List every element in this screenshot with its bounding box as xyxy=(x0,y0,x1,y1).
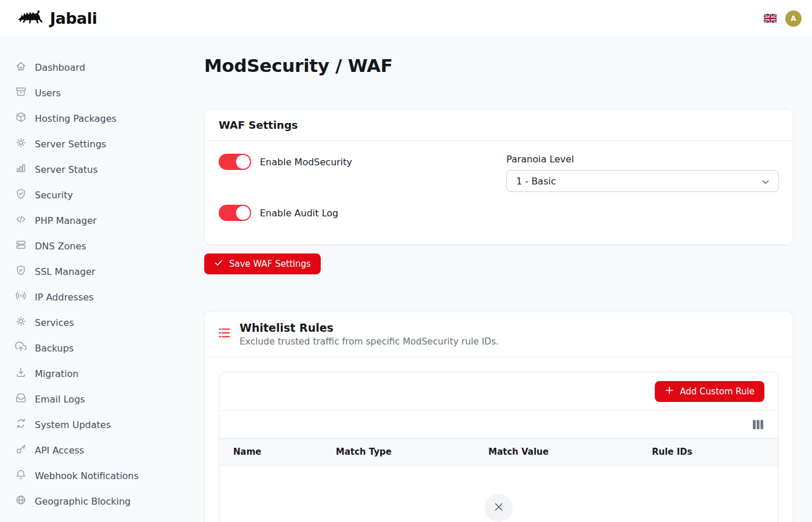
sidebar-item-label: Geographic Blocking xyxy=(35,496,130,507)
empty-state-circle xyxy=(485,494,513,522)
enable-audit-log-toggle[interactable] xyxy=(219,205,251,221)
sidebar-item-migration[interactable]: Migration xyxy=(0,361,204,386)
sidebar-item-webhook-notifications[interactable]: Webhook Notifications xyxy=(0,463,204,488)
bar-chart-icon xyxy=(15,162,27,176)
sidebar-item-label: Email Logs xyxy=(35,394,85,405)
sidebar-item-label: Server Settings xyxy=(35,139,106,150)
inbox-icon xyxy=(15,392,27,406)
sidebar-item-hosting-packages[interactable]: Hosting Packages xyxy=(0,106,204,131)
sidebar-item-label: System Updates xyxy=(35,419,111,430)
table-columns-icon[interactable] xyxy=(753,420,763,429)
sidebar-item-backups[interactable]: Backups xyxy=(0,335,204,361)
sidebar-item-system-updates[interactable]: System Updates xyxy=(0,412,204,437)
enable-modsecurity-label: Enable ModSecurity xyxy=(260,157,352,168)
sidebar-item-api-access[interactable]: API Access xyxy=(0,437,204,463)
column-header-match-type: Match Type xyxy=(322,447,474,457)
language-flag-uk-icon[interactable] xyxy=(764,14,777,23)
sidebar-item-email-logs[interactable]: Email Logs xyxy=(0,386,204,412)
sidebar-item-label: Security xyxy=(35,190,73,201)
save-waf-settings-button[interactable]: Save WAF Settings xyxy=(204,253,321,274)
check-icon xyxy=(214,258,223,270)
package-icon xyxy=(15,111,27,125)
sidebar-item-ssl-manager[interactable]: SSL Manager xyxy=(0,259,204,284)
enable-audit-log-label: Enable Audit Log xyxy=(260,208,338,219)
sidebar-item-security[interactable]: Security xyxy=(0,182,204,208)
whitelist-rules-title: Whitelist Rules xyxy=(240,321,499,334)
sidebar-item-label: API Access xyxy=(35,445,84,456)
top-bar: Jabali A xyxy=(0,0,812,37)
download-icon xyxy=(15,367,27,380)
save-waf-settings-label: Save WAF Settings xyxy=(229,259,311,269)
key-icon xyxy=(15,443,27,457)
column-header-match-value: Match Value xyxy=(474,447,638,457)
waf-settings-card-header: WAF Settings xyxy=(205,110,793,141)
sidebar-item-label: Server Status xyxy=(35,164,98,175)
sidebar-item-label: Dashboard xyxy=(35,62,85,73)
sidebar-item-label: Migration xyxy=(35,368,78,379)
main-content: ModSecurity / WAF WAF Settings Enable Mo… xyxy=(204,37,812,522)
close-icon xyxy=(493,501,505,515)
whitelist-rules-card: Whitelist Rules Exclude trusted traffic … xyxy=(204,311,793,522)
sidebar-item-label: Backups xyxy=(35,343,74,354)
sidebar-item-label: SSL Manager xyxy=(35,266,95,277)
refresh-icon xyxy=(15,418,27,432)
cloud-upload-icon xyxy=(15,341,27,355)
rules-table-empty-state xyxy=(219,466,778,522)
waf-settings-card: WAF Settings Enable ModSecurity Enable A… xyxy=(204,109,793,245)
sidebar-item-label: Webhook Notifications xyxy=(35,470,139,481)
sidebar-item-geographic-blocking[interactable]: Geographic Blocking xyxy=(0,488,204,514)
sidebar-item-server-settings[interactable]: Server Settings xyxy=(0,131,204,157)
waf-settings-title: WAF Settings xyxy=(219,119,298,131)
sidebar-item-services[interactable]: Services xyxy=(0,310,204,335)
column-header-name: Name xyxy=(219,447,322,457)
brand-name: Jabali xyxy=(50,9,97,27)
sidebar-item-label: PHP Manager xyxy=(35,215,97,226)
sidebar-item-php-manager[interactable]: PHP Manager xyxy=(0,208,204,233)
sidebar-item-dns-zones[interactable]: DNS Zones xyxy=(0,233,204,259)
rules-table-header: NameMatch TypeMatch ValueRule IDs xyxy=(219,438,778,466)
gear-icon xyxy=(15,137,27,151)
radio-icon xyxy=(15,290,27,304)
sidebar-item-label: DNS Zones xyxy=(35,241,86,252)
paranoia-level-label: Paranoia Level xyxy=(506,154,779,165)
brand-logo[interactable]: Jabali xyxy=(17,9,97,28)
bell-icon xyxy=(15,469,27,483)
add-custom-rule-label: Add Custom Rule xyxy=(680,386,755,397)
shield-check-icon xyxy=(15,264,27,278)
gear-icon xyxy=(15,316,27,329)
sidebar-item-server-status[interactable]: Server Status xyxy=(0,157,204,182)
sidebar-item-label: IP Addresses xyxy=(35,292,93,303)
sidebar-item-label: Users xyxy=(35,88,61,99)
sidebar-item-dashboard[interactable]: Dashboard xyxy=(0,55,204,80)
sidebar-item-users[interactable]: Users xyxy=(0,80,204,106)
paranoia-level-value: 1 - Basic xyxy=(516,176,556,187)
page-title: ModSecurity / WAF xyxy=(204,55,793,76)
enable-modsecurity-toggle[interactable] xyxy=(219,154,251,170)
column-header-rule-ids: Rule IDs xyxy=(638,447,778,457)
whitelist-rules-subtitle: Exclude trusted traffic from specific Mo… xyxy=(240,336,499,347)
chevron-down-icon xyxy=(762,176,769,187)
home-icon xyxy=(15,60,27,74)
rules-table-card: Add Custom Rule NameMatch TypeMatch Valu… xyxy=(219,372,779,522)
add-custom-rule-button[interactable]: Add Custom Rule xyxy=(655,381,764,402)
sidebar-item-label: Hosting Packages xyxy=(35,113,117,124)
shield-check-icon xyxy=(15,188,27,202)
paranoia-level-select[interactable]: 1 - Basic xyxy=(506,170,779,192)
server-icon xyxy=(15,239,27,253)
sidebar-item-label: Services xyxy=(35,317,74,328)
archive-icon xyxy=(15,86,27,100)
user-avatar[interactable]: A xyxy=(785,10,802,27)
list-icon xyxy=(219,328,230,340)
globe-icon xyxy=(15,494,27,508)
code-icon xyxy=(15,213,27,227)
sidebar: DashboardUsersHosting PackagesServer Set… xyxy=(0,37,204,522)
boar-logo-icon xyxy=(17,9,45,28)
plus-icon xyxy=(665,386,674,397)
sidebar-item-ip-addresses[interactable]: IP Addresses xyxy=(0,284,204,310)
